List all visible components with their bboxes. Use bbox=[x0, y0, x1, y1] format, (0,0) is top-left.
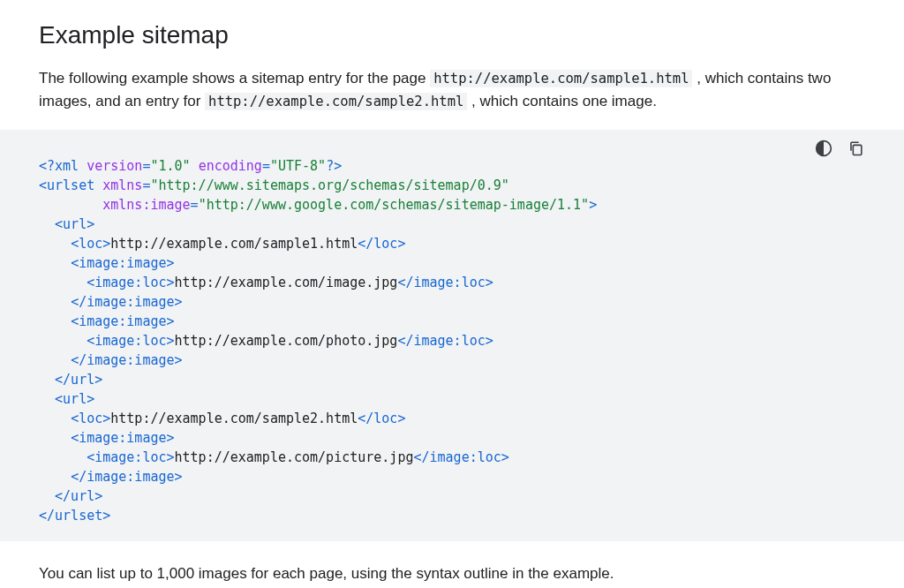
imgloc-1: http://example.com/image.jpg bbox=[175, 275, 398, 290]
section-heading: Example sitemap bbox=[39, 21, 865, 49]
loc-open-1: <loc> bbox=[71, 236, 110, 252]
xml-attr-version: version bbox=[87, 158, 142, 174]
xml-attr-version-val: "1.0" bbox=[150, 158, 190, 174]
intro-text-1: The following example shows a sitemap en… bbox=[39, 70, 430, 87]
loc-close-2: </loc> bbox=[358, 411, 405, 426]
footer-note: You can list up to 1,000 images for each… bbox=[39, 562, 865, 585]
urlset-open-close: > bbox=[589, 197, 597, 213]
intro-code-2: http://example.com/sample2.html bbox=[205, 93, 467, 110]
copy-icon[interactable] bbox=[846, 139, 865, 158]
imgloc-3: http://example.com/picture.jpg bbox=[175, 449, 414, 465]
image-close-2: </image:image> bbox=[71, 352, 182, 368]
toggle-theme-icon[interactable] bbox=[814, 139, 833, 158]
imgloc-open-3: <image:loc> bbox=[87, 449, 174, 465]
attr-xmlns-image: xmlns:image bbox=[102, 197, 190, 213]
url-open-2: <url> bbox=[55, 391, 94, 407]
code-content: <?xml version="1.0" encoding="UTF-8"?> <… bbox=[39, 156, 865, 525]
image-open-1: <image:image> bbox=[71, 255, 174, 271]
imgloc-open-2: <image:loc> bbox=[87, 333, 174, 349]
xml-attr-encoding: encoding bbox=[199, 158, 262, 174]
attr-xmlns: xmlns bbox=[102, 177, 142, 193]
xml-decl-close: ?> bbox=[326, 158, 342, 174]
urlset-close: </urlset> bbox=[39, 508, 110, 524]
intro-code-1: http://example.com/sample1.html bbox=[430, 70, 692, 87]
image-open-3: <image:image> bbox=[71, 430, 174, 446]
imgloc-open-1: <image:loc> bbox=[87, 275, 174, 290]
imgloc-close-3: </image:loc> bbox=[413, 449, 508, 465]
url-close-2: </url> bbox=[55, 488, 102, 504]
attr-xmlns-image-val: "http://www.google.com/schemas/sitemap-i… bbox=[199, 197, 590, 213]
attr-xmlns-val: "http://www.sitemaps.org/schemas/sitemap… bbox=[150, 177, 508, 193]
loc-1: http://example.com/sample1.html bbox=[110, 236, 358, 252]
imgloc-close-2: </image:loc> bbox=[397, 333, 493, 349]
loc-close-1: </loc> bbox=[358, 236, 405, 252]
code-actions bbox=[814, 139, 865, 158]
intro-text-3: , which contains one image. bbox=[467, 93, 657, 109]
intro-paragraph: The following example shows a sitemap en… bbox=[39, 67, 865, 114]
urlset-open: <urlset bbox=[39, 177, 94, 193]
xml-attr-encoding-val: "UTF-8" bbox=[270, 158, 326, 174]
url-close-1: </url> bbox=[55, 372, 102, 388]
imgloc-close-1: </image:loc> bbox=[397, 275, 493, 290]
code-block: <?xml version="1.0" encoding="UTF-8"?> <… bbox=[0, 130, 904, 541]
svg-rect-1 bbox=[853, 146, 862, 155]
loc-2: http://example.com/sample2.html bbox=[110, 411, 358, 426]
image-open-2: <image:image> bbox=[71, 313, 174, 329]
xml-decl-open: <?xml bbox=[39, 158, 87, 174]
image-close-1: </image:image> bbox=[71, 294, 182, 310]
imgloc-2: http://example.com/photo.jpg bbox=[175, 333, 398, 349]
loc-open-2: <loc> bbox=[71, 411, 110, 426]
image-close-3: </image:image> bbox=[71, 469, 182, 485]
url-open-1: <url> bbox=[55, 216, 94, 232]
